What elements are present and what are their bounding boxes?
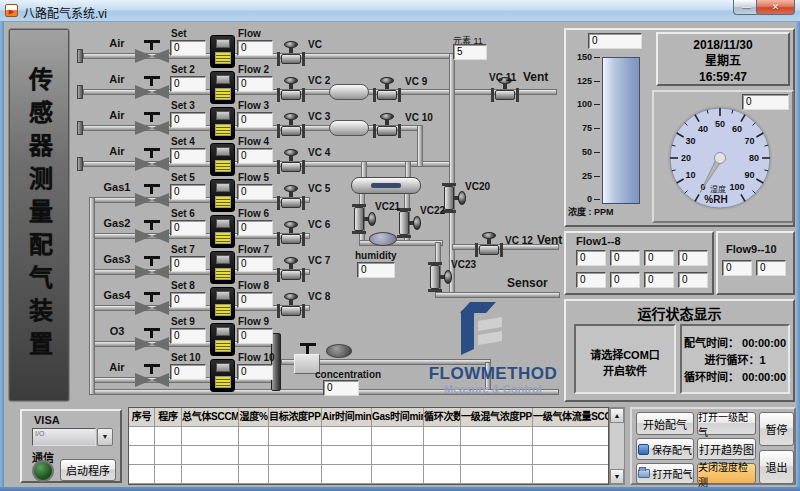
- vc-valve-label: VC: [308, 39, 322, 50]
- table-cell[interactable]: [461, 465, 533, 484]
- vent-label: Vent: [523, 70, 548, 84]
- program-table[interactable]: 序号程序总气体SCCM湿度%目标浓度PPMAir时间minGas时间min循环次…: [128, 407, 609, 485]
- set-input[interactable]: 0: [170, 148, 206, 164]
- mfc-icon: [210, 35, 235, 68]
- flow-output: 0: [237, 292, 273, 308]
- flow18-value: 0: [644, 272, 674, 288]
- table-cell[interactable]: [533, 427, 609, 446]
- start-dispense-button[interactable]: 开始配气: [636, 412, 694, 435]
- table-cell[interactable]: [533, 446, 609, 465]
- vc-valve-icon: [277, 149, 305, 175]
- table-cell[interactable]: [155, 465, 182, 484]
- set-label: Set 7: [171, 244, 195, 255]
- table-cell[interactable]: [239, 427, 269, 446]
- flow18-value: 0: [678, 250, 708, 266]
- set-label: Set 3: [171, 100, 195, 111]
- table-cell[interactable]: [269, 427, 322, 446]
- table-cell[interactable]: [239, 465, 269, 484]
- set-label: Set 8: [171, 280, 195, 291]
- close-humidity-detect-button[interactable]: 关闭湿度检测: [697, 463, 756, 484]
- table-cell[interactable]: [372, 446, 424, 465]
- pipe: [417, 125, 423, 167]
- tank-tick-mark: [594, 128, 600, 129]
- set-input[interactable]: 0: [170, 328, 206, 344]
- table-cell[interactable]: [155, 446, 182, 465]
- table-header-cell: Air时间min: [322, 408, 372, 427]
- open-primary-dispense-button[interactable]: 打开一级配气: [697, 412, 756, 435]
- comm-led: [32, 460, 54, 482]
- exit-button[interactable]: 退出: [759, 450, 794, 484]
- table-cell[interactable]: [129, 465, 155, 484]
- set-input[interactable]: 0: [170, 292, 206, 308]
- table-cell[interactable]: [182, 427, 239, 446]
- tank-tick-label: 75: [566, 123, 592, 133]
- set-input[interactable]: 0: [170, 76, 206, 92]
- set-input[interactable]: 0: [170, 256, 206, 272]
- clock-time: 16:59:47: [658, 69, 788, 85]
- vc-valve-label: VC 3: [308, 111, 330, 122]
- open-trend-button[interactable]: 打开趋势图: [697, 438, 756, 460]
- table-cell[interactable]: [424, 446, 461, 465]
- table-cell[interactable]: [322, 465, 372, 484]
- table-cell[interactable]: [372, 427, 424, 446]
- tank-tick-mark: [594, 81, 600, 82]
- open-dispense-button[interactable]: 打开配气: [636, 463, 694, 484]
- save-icon: [638, 444, 649, 455]
- set-input[interactable]: 0: [170, 220, 206, 236]
- table-cell[interactable]: [372, 465, 424, 484]
- table-cell[interactable]: [322, 446, 372, 465]
- flow-label: Flow: [238, 28, 261, 39]
- flow-label: Flow 10: [238, 352, 275, 363]
- set-input[interactable]: 0: [170, 40, 206, 56]
- table-cell[interactable]: [239, 446, 269, 465]
- table-header-cell: 湿度%: [239, 408, 269, 427]
- flow-label: Flow 9: [238, 316, 269, 327]
- table-scrollbar[interactable]: ▲ ▼: [609, 407, 625, 485]
- start-program-button[interactable]: 启动程序: [60, 459, 116, 481]
- flow-label: Flow 7: [238, 244, 269, 255]
- vc21-valve-icon: [352, 204, 376, 234]
- table-cell[interactable]: [424, 465, 461, 484]
- set-input[interactable]: 0: [170, 184, 206, 200]
- table-cell[interactable]: [424, 427, 461, 446]
- table-cell[interactable]: [269, 446, 322, 465]
- table-row[interactable]: [129, 465, 608, 484]
- table-cell[interactable]: [129, 446, 155, 465]
- table-cell[interactable]: [533, 465, 609, 484]
- vc-valve-label: VC 5: [308, 183, 330, 194]
- svg-text:10: 10: [686, 170, 696, 180]
- element11-input[interactable]: 5: [453, 44, 487, 60]
- visa-resource-combo[interactable]: I/O: [32, 428, 96, 446]
- set-label: Set 4: [171, 136, 195, 147]
- table-cell[interactable]: [182, 465, 239, 484]
- table-cell[interactable]: [461, 446, 533, 465]
- gas-label: Air: [91, 145, 143, 157]
- table-cell[interactable]: [461, 427, 533, 446]
- table-cell[interactable]: [182, 446, 239, 465]
- set-input[interactable]: 0: [170, 112, 206, 128]
- set-input[interactable]: 0: [170, 364, 206, 380]
- table-row[interactable]: [129, 446, 608, 465]
- scroll-down-icon[interactable]: ▼: [610, 469, 624, 484]
- title-bar[interactable]: ▶ 八路配气系统.vi — ❐ ✕: [0, 0, 800, 22]
- table-header-cell: 一级混气浓度PPM: [461, 408, 533, 427]
- flow-label: Flow 4: [238, 136, 269, 147]
- pause-button[interactable]: 暂停: [759, 412, 794, 446]
- visa-combo-dropdown[interactable]: ▼: [97, 428, 113, 446]
- vc-valve-icon: [277, 77, 305, 103]
- table-cell[interactable]: [322, 427, 372, 446]
- table-cell[interactable]: [155, 427, 182, 446]
- vc-valve-icon: [277, 113, 305, 139]
- mfc-icon: [210, 359, 235, 392]
- table-cell[interactable]: [129, 427, 155, 446]
- vent-label: Vent: [537, 233, 562, 247]
- close-button[interactable]: ✕: [756, 0, 795, 15]
- tank-tick-mark: [594, 152, 600, 153]
- table-cell[interactable]: [269, 465, 322, 484]
- scroll-up-icon[interactable]: ▲: [610, 408, 624, 423]
- save-dispense-button[interactable]: 保存配气: [636, 438, 694, 460]
- table-header-cell: 总气体SCCM: [182, 408, 239, 427]
- set-label: Set 5: [171, 172, 195, 183]
- table-row[interactable]: [129, 427, 608, 446]
- status-message-line2: 开启软件: [574, 362, 676, 378]
